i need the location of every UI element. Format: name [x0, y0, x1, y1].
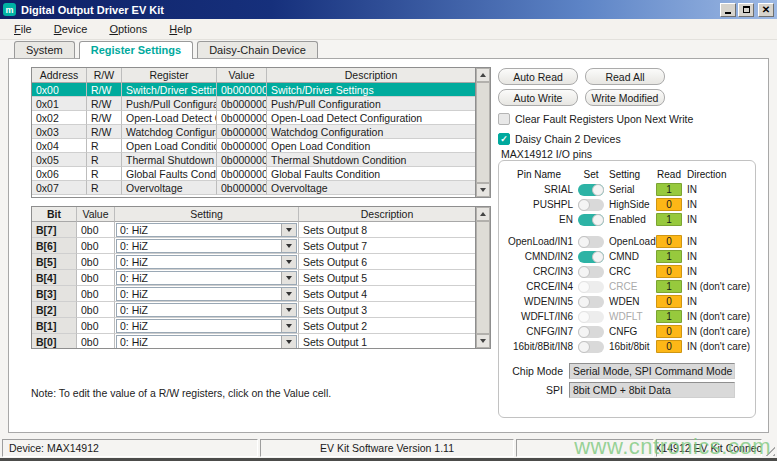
dropdown-arrow-icon[interactable]	[281, 320, 296, 332]
dropdown-arrow-icon[interactable]	[281, 256, 296, 268]
field-label: SPI	[505, 384, 563, 396]
setting-dropdown[interactable]: 0: HiZ	[116, 271, 297, 285]
dropdown-arrow-icon[interactable]	[281, 224, 296, 236]
pin-setting-label: OpenLoad	[609, 236, 651, 247]
scroll-up-icon[interactable]	[476, 207, 490, 221]
register-row[interactable]: 0x03R/WWatchdog Configuration0b00000000W…	[32, 125, 475, 139]
register-row[interactable]: 0x07ROvervoltage0b00000000Overvoltage	[32, 181, 475, 195]
menu-item-file[interactable]: File	[8, 21, 38, 37]
pin-setting-label: CRC	[609, 266, 651, 277]
bit-row[interactable]: B[3]0b00: HiZSets Output 4	[32, 286, 475, 302]
pins-column-header-read: Read	[656, 169, 682, 180]
read-all-button[interactable]: Read All	[585, 68, 665, 85]
column-header-register: Register	[122, 68, 217, 83]
register-row[interactable]: 0x04ROpen Load Condition0b00000000Open L…	[32, 139, 475, 153]
pin-row-en: ENEnabled1IN	[505, 212, 751, 227]
pin-setting-label: Enabled	[609, 214, 651, 225]
dropdown-arrow-icon[interactable]	[281, 336, 296, 348]
bit-row[interactable]: B[7]0b00: HiZSets Output 8	[32, 222, 475, 238]
column-header-bit: Bit	[32, 207, 77, 222]
bit-value-cell: 0b0	[77, 334, 115, 348]
tab-register-settings[interactable]: Register Settings	[79, 41, 193, 59]
toggle-wden-in5[interactable]	[578, 296, 604, 308]
setting-dropdown[interactable]: 0: HiZ	[116, 335, 297, 349]
scroll-up-icon[interactable]	[476, 68, 490, 82]
bit-row[interactable]: B[1]0b00: HiZSets Output 2	[32, 318, 475, 334]
setting-dropdown[interactable]: 0: HiZ	[116, 319, 297, 333]
dropdown-arrow-icon[interactable]	[281, 304, 296, 316]
pins-column-header-set: Set	[578, 169, 604, 180]
setting-dropdown[interactable]: 0: HiZ	[116, 303, 297, 317]
checkbox-checked-icon[interactable]	[498, 133, 510, 145]
scrollbar-thumb[interactable]	[476, 82, 490, 183]
bit-row[interactable]: B[5]0b00: HiZSets Output 6	[32, 254, 475, 270]
write-modified-button[interactable]: Write Modified	[585, 89, 665, 106]
menu-item-options[interactable]: Options	[103, 21, 153, 37]
toggle-16bit-8bit-in8[interactable]	[578, 341, 604, 353]
registers-scrollbar[interactable]	[475, 68, 490, 197]
toggle-pushpl[interactable]	[578, 199, 604, 211]
pin-setting-label: CRCE	[609, 281, 651, 292]
register-row[interactable]: 0x02R/WOpen-Load Detect Confi...0b000000…	[32, 111, 475, 125]
bit-row[interactable]: B[4]0b00: HiZSets Output 5	[32, 270, 475, 286]
setting-dropdown[interactable]: 0: HiZ	[116, 223, 297, 237]
auto-read-button[interactable]: Auto Read	[498, 68, 578, 85]
setting-dropdown-value: 0: HiZ	[117, 288, 281, 300]
scroll-down-icon[interactable]	[476, 183, 490, 197]
toggle-cmnd-in2[interactable]	[578, 251, 604, 263]
toggle-en[interactable]	[578, 214, 604, 226]
dropdown-arrow-icon[interactable]	[281, 288, 296, 300]
checkbox-unchecked-icon[interactable]	[498, 113, 510, 125]
toggle-openload-in1[interactable]	[578, 236, 604, 248]
minimize-button[interactable]	[720, 3, 736, 17]
register-value-cell[interactable]: 0b00000000	[217, 83, 267, 97]
pin-row-srial: SRIALSerial1IN	[505, 182, 751, 197]
menu-item-device[interactable]: Device	[48, 21, 94, 37]
pin-name-label: CRCE/IN4	[505, 281, 573, 292]
register-row[interactable]: 0x05RThermal Shutdown Con...0b00000000Th…	[32, 153, 475, 167]
bit-setting-cell: 0: HiZ	[115, 286, 299, 302]
setting-dropdown[interactable]: 0: HiZ	[116, 287, 297, 301]
close-button[interactable]: ✕	[758, 3, 774, 17]
register-value-cell[interactable]: 0b00000000	[217, 125, 267, 139]
register-value-cell[interactable]: 0b00000000	[217, 111, 267, 125]
bit-setting-cell: 0: HiZ	[115, 238, 299, 254]
register-value-cell[interactable]: 0b00000000	[217, 167, 267, 181]
bits-scrollbar[interactable]	[475, 207, 490, 348]
pin-direction-label: IN (don't care)	[687, 311, 751, 322]
toggle-srial[interactable]	[578, 184, 604, 196]
dropdown-arrow-icon[interactable]	[281, 272, 296, 284]
checkbox-row-clear-fault-registers-upon-next-write[interactable]: Clear Fault Registers Upon Next Write	[498, 111, 693, 127]
tab-daisy-chain-device[interactable]: Daisy-Chain Device	[197, 41, 318, 58]
bit-row[interactable]: B[2]0b00: HiZSets Output 3	[32, 302, 475, 318]
checkbox-label: Clear Fault Registers Upon Next Write	[515, 113, 693, 125]
bit-name-cell: B[6]	[32, 238, 77, 254]
register-value-cell[interactable]: 0b00000000	[217, 97, 267, 111]
register-address-cell: 0x00	[32, 83, 87, 97]
toggle-crc-in3[interactable]	[578, 266, 604, 278]
setting-dropdown[interactable]: 0: HiZ	[116, 255, 297, 269]
setting-dropdown[interactable]: 0: HiZ	[116, 239, 297, 253]
bit-row[interactable]: B[6]0b00: HiZSets Output 7	[32, 238, 475, 254]
checkbox-row-daisy-chain-2-devices[interactable]: Daisy Chain 2 Devices	[498, 131, 693, 147]
read-value-badge: 0	[656, 325, 682, 338]
toggle-cnfg-in7[interactable]	[578, 326, 604, 338]
register-value-cell[interactable]: 0b00000000	[217, 181, 267, 195]
scrollbar-thumb[interactable]	[476, 221, 490, 334]
pin-direction-label: IN	[687, 296, 751, 307]
scroll-down-icon[interactable]	[476, 334, 490, 348]
dropdown-arrow-icon[interactable]	[281, 240, 296, 252]
bit-row[interactable]: B[0]0b00: HiZSets Output 1	[32, 334, 475, 348]
tab-system[interactable]: System	[14, 41, 75, 58]
menu-item-help[interactable]: Help	[163, 21, 198, 37]
io-pins-header-row: Pin NameSetSettingReadDirection	[505, 167, 751, 182]
register-value-cell[interactable]: 0b00000000	[217, 139, 267, 153]
register-name-cell: Switch/Driver Settings	[122, 83, 217, 97]
auto-write-button[interactable]: Auto Write	[498, 89, 578, 106]
register-row[interactable]: 0x01R/WPush/Pull Configuration0b00000000…	[32, 97, 475, 111]
register-value-cell[interactable]: 0b00000000	[217, 153, 267, 167]
maximize-button[interactable]	[738, 3, 754, 17]
toggle-knob	[578, 326, 590, 338]
register-row[interactable]: 0x00R/WSwitch/Driver Settings0b00000000S…	[32, 83, 475, 97]
register-row[interactable]: 0x06RGlobal Faults Condition0b00000000Gl…	[32, 167, 475, 181]
